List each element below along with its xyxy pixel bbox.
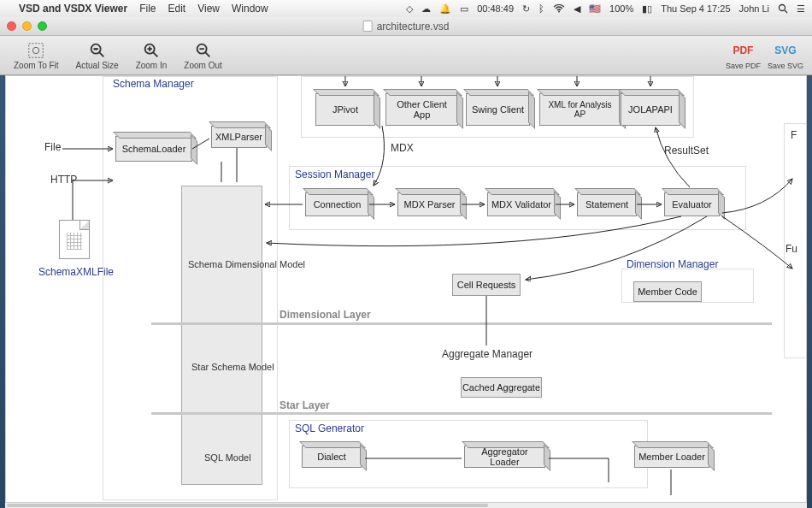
close-button[interactable] bbox=[7, 21, 16, 31]
svg-point-4 bbox=[33, 47, 39, 53]
dimension-manager-label: Dimension Manager bbox=[627, 258, 718, 270]
window-titlebar: architecture.vsd bbox=[0, 17, 812, 36]
mdx-label: MDX bbox=[391, 142, 414, 154]
macos-menubar: VSD and VSDX Viewer File Edit View Windo… bbox=[0, 0, 812, 17]
other-client-box: Other Client App bbox=[385, 93, 458, 126]
mdx-validator-box: MDX Validator bbox=[487, 192, 556, 216]
jolap-box: JOLAPAPI bbox=[621, 93, 680, 126]
swing-client-box: Swing Client bbox=[466, 93, 530, 126]
menu-view[interactable]: View bbox=[197, 3, 220, 15]
f-partial-label: F bbox=[791, 129, 797, 141]
spotlight-icon[interactable] bbox=[778, 3, 788, 14]
cell-requests-box: Cell Requests bbox=[452, 274, 521, 296]
aggregate-manager-label: Aggregate Manager bbox=[442, 348, 533, 360]
menu-edit[interactable]: Edit bbox=[168, 3, 186, 15]
model-box bbox=[181, 186, 262, 485]
zoom-in-icon bbox=[142, 41, 161, 60]
flag-icon[interactable]: 🇺🇸 bbox=[589, 3, 601, 15]
schema-manager-label: Schema Manager bbox=[113, 78, 194, 90]
menu-window[interactable]: Window bbox=[232, 3, 268, 15]
file-label: File bbox=[44, 141, 61, 153]
svg-point-1 bbox=[780, 5, 786, 11]
evaluator-box: Evaluator bbox=[664, 192, 720, 216]
xml-analysis-box: XML for Analysis AP bbox=[539, 93, 621, 126]
star-schema-model-label: Star Schema Model bbox=[191, 362, 274, 372]
actual-size-icon: = bbox=[88, 41, 107, 60]
member-code-box: Member Code bbox=[633, 281, 702, 302]
menu-file[interactable]: File bbox=[139, 3, 156, 15]
star-layer-label: Star Layer bbox=[279, 399, 330, 411]
save-pdf-button[interactable]: PDF Save PDF bbox=[726, 41, 761, 70]
svg-icon: SVG bbox=[774, 41, 797, 61]
bluetooth-icon[interactable]: ᛒ bbox=[538, 3, 544, 14]
wifi-icon[interactable] bbox=[553, 4, 565, 13]
aggregator-loader-box: Aggregator Loader bbox=[464, 446, 545, 468]
fu-partial-label: Fu bbox=[786, 243, 797, 255]
svg-point-0 bbox=[558, 11, 560, 13]
schema-xml-file-icon bbox=[59, 220, 90, 259]
connection-box: Connection bbox=[305, 192, 369, 216]
schema-loader-box: SchemaLoader bbox=[115, 136, 192, 162]
battery-status[interactable]: 100% bbox=[609, 3, 633, 14]
star-layer-line bbox=[151, 412, 772, 415]
datetime-status[interactable]: Thu Sep 4 17:25 bbox=[661, 3, 730, 14]
actual-size-button[interactable]: = Actual Size bbox=[71, 39, 124, 72]
volume-icon[interactable]: ◀ bbox=[574, 3, 580, 15]
bell-icon[interactable]: 🔔 bbox=[439, 3, 451, 15]
svg-line-11 bbox=[153, 51, 158, 56]
dialect-box: Dialect bbox=[302, 446, 362, 468]
resultset-label: ResultSet bbox=[664, 145, 709, 157]
document-icon bbox=[363, 21, 373, 32]
horizontal-scrollbar[interactable] bbox=[5, 502, 807, 508]
http-label: HTTP bbox=[50, 174, 77, 186]
sql-model-label: SQL Model bbox=[204, 452, 251, 463]
mdx-parser-box: MDX Parser bbox=[397, 192, 462, 216]
schema-dim-model-label: Schema Dimensional Model bbox=[188, 259, 305, 269]
zoom-in-button[interactable]: Zoom In bbox=[131, 39, 173, 72]
dim-layer-label: Dimensional Layer bbox=[279, 309, 371, 321]
maximize-button[interactable] bbox=[38, 21, 47, 31]
dim-layer-line bbox=[151, 322, 772, 325]
battery-icon[interactable]: ▮▯ bbox=[642, 3, 652, 15]
app-name[interactable]: VSD and VSDX Viewer bbox=[19, 3, 127, 15]
dropbox-icon[interactable]: ◇ bbox=[406, 3, 413, 15]
cloud-icon[interactable]: ☁ bbox=[421, 3, 431, 15]
zoom-out-button[interactable]: Zoom Out bbox=[179, 39, 227, 72]
save-svg-button[interactable]: SVG Save SVG bbox=[768, 41, 803, 70]
notifications-icon[interactable]: ☰ bbox=[797, 3, 805, 15]
screen-icon[interactable]: ▭ bbox=[460, 3, 468, 15]
diagram-canvas[interactable]: Schema Manager Session Manager Dimension… bbox=[5, 75, 807, 503]
user-name[interactable]: John Li bbox=[739, 3, 769, 14]
pdf-icon: PDF bbox=[732, 41, 754, 61]
xml-parser-box: XMLParser bbox=[211, 126, 267, 148]
svg-line-15 bbox=[204, 51, 209, 56]
jpivot-box: JPivot bbox=[315, 93, 375, 126]
statement-box: Statement bbox=[577, 192, 637, 216]
sync-icon[interactable]: ↻ bbox=[522, 3, 530, 15]
toolbar: Zoom To Fit = Actual Size Zoom In Zoom O… bbox=[0, 36, 812, 75]
svg-text:=: = bbox=[93, 44, 97, 52]
zoom-out-icon bbox=[194, 41, 213, 60]
document-title: architecture.vsd bbox=[363, 21, 450, 32]
schema-xml-file-label: SchemaXMLFile bbox=[38, 266, 114, 278]
minimize-button[interactable] bbox=[22, 21, 32, 31]
member-loader-box: Member Loader bbox=[634, 446, 709, 468]
zoom-fit-icon bbox=[26, 41, 45, 60]
right-partial-group bbox=[784, 123, 807, 358]
zoom-to-fit-button[interactable]: Zoom To Fit bbox=[9, 39, 64, 72]
sql-generator-label: SQL Generator bbox=[295, 422, 364, 434]
timer-status[interactable]: 00:48:49 bbox=[477, 3, 514, 14]
svg-rect-3 bbox=[29, 43, 44, 57]
svg-line-2 bbox=[785, 10, 787, 13]
cached-aggregate-box: Cached Aggregate bbox=[461, 377, 542, 398]
svg-line-6 bbox=[98, 51, 103, 56]
session-manager-label: Session Manager bbox=[295, 168, 374, 180]
